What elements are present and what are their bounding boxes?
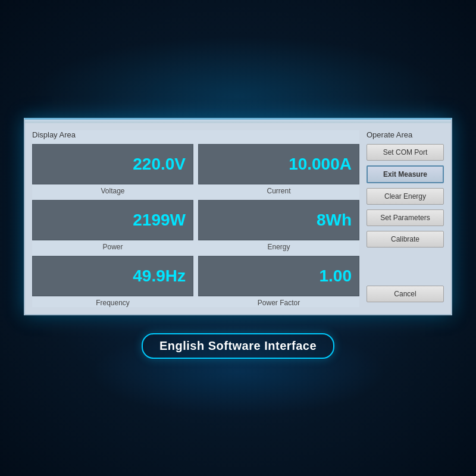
meter-value-energy: 8Wh <box>317 211 352 230</box>
operate-area-title: Operate Area <box>367 130 444 139</box>
meter-display-power: 2199W <box>32 200 193 240</box>
meter-value-current: 10.000A <box>289 155 352 174</box>
meter-display-energy: 8Wh <box>198 200 359 240</box>
set-parameters-button[interactable]: Set Parameters <box>367 209 444 226</box>
meter-cell-current: 10.000A Current <box>198 144 359 195</box>
meter-display-power-factor: 1.00 <box>198 256 359 296</box>
meter-value-voltage: 220.0V <box>133 155 186 174</box>
display-area-title: Display Area <box>32 130 359 139</box>
meter-label-voltage: Voltage <box>101 187 124 195</box>
main-window: Display Area 220.0V Voltage 10.000A Curr… <box>24 118 452 315</box>
bottom-label-wrap: English Software Interface <box>142 333 334 359</box>
meter-label-power-factor: Power Factor <box>258 299 300 307</box>
meter-display-frequency: 49.9Hz <box>32 256 193 296</box>
window-content: Display Area 220.0V Voltage 10.000A Curr… <box>25 123 451 314</box>
meter-display-voltage: 220.0V <box>32 144 193 184</box>
meter-cell-power: 2199W Power <box>32 200 193 251</box>
meter-label-frequency: Frequency <box>96 299 130 307</box>
meter-value-power-factor: 1.00 <box>320 267 352 286</box>
meter-display-current: 10.000A <box>198 144 359 184</box>
meter-label-energy: Energy <box>267 243 290 251</box>
meter-label-power: Power <box>102 243 123 251</box>
display-area: Display Area 220.0V Voltage 10.000A Curr… <box>32 130 359 307</box>
operate-area: Operate Area Set COM Port Exit Measure C… <box>367 130 444 307</box>
calibrate-button[interactable]: Calibrate <box>367 231 444 248</box>
exit-measure-button[interactable]: Exit Measure <box>367 165 444 183</box>
meter-cell-voltage: 220.0V Voltage <box>32 144 193 195</box>
meter-label-current: Current <box>267 187 290 195</box>
clear-energy-button[interactable]: Clear Energy <box>367 188 444 205</box>
meter-value-power: 2199W <box>133 211 186 230</box>
meters-grid: 220.0V Voltage 10.000A Current 2199W <box>32 144 359 307</box>
set-com-port-button[interactable]: Set COM Port <box>367 144 444 161</box>
bottom-label: English Software Interface <box>142 333 334 359</box>
meter-cell-power-factor: 1.00 Power Factor <box>198 256 359 307</box>
meter-value-frequency: 49.9Hz <box>133 267 186 286</box>
meter-cell-frequency: 49.9Hz Frequency <box>32 256 193 307</box>
cancel-button[interactable]: Cancel <box>367 286 444 302</box>
meter-cell-energy: 8Wh Energy <box>198 200 359 251</box>
